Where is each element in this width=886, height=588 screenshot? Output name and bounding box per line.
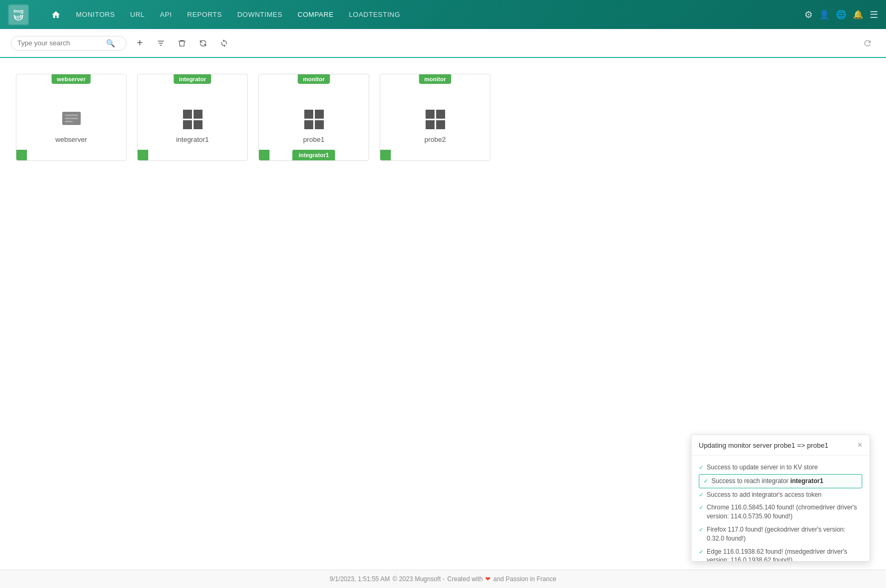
- notif-bold-integrator1: integrator1: [790, 477, 823, 485]
- menu-icon[interactable]: ☰: [870, 9, 878, 21]
- home-icon: [51, 10, 61, 20]
- card-badge-webserver: webserver: [52, 74, 91, 84]
- svg-rect-13: [304, 120, 313, 129]
- notif-text-3: Success to add integrator's access token: [707, 490, 822, 499]
- card-status-probe1: [259, 150, 269, 160]
- nav-api[interactable]: API: [153, 7, 178, 22]
- refresh-button[interactable]: [195, 35, 211, 51]
- card-label-probe2: probe2: [425, 136, 446, 143]
- main-nav: MONITORS URL API REPORTS DOWNTIMES COMPA…: [45, 7, 794, 23]
- footer-heart: ❤: [485, 575, 490, 583]
- nav-downtimes[interactable]: DOWNTIMES: [231, 7, 288, 22]
- notif-text-6: Edge 116.0.1938.62 found! (msedgedriver …: [707, 547, 862, 561]
- logo-box: mug soft: [8, 4, 29, 25]
- nav-loadtesting[interactable]: LOADTESTING: [343, 7, 407, 22]
- svg-rect-17: [426, 120, 435, 129]
- refresh-icon: [199, 39, 207, 47]
- check-icon-1: [699, 464, 704, 471]
- svg-rect-5: [65, 118, 78, 119]
- svg-rect-14: [315, 120, 324, 129]
- search-box: 🔍: [11, 36, 127, 51]
- toolbar: 🔍 +: [0, 29, 886, 58]
- card-badge-probe1: monitor: [298, 74, 330, 84]
- svg-text:mug: mug: [14, 8, 24, 14]
- notification-panel: Updating monitor server probe1 => probe1…: [691, 435, 870, 562]
- card-probe1[interactable]: monitor probe1 integrator1: [258, 74, 369, 161]
- notification-title: Updating monitor server probe1 => probe1: [699, 441, 829, 449]
- global-refresh-button[interactable]: [860, 35, 875, 51]
- card-icon-probe1: [302, 108, 326, 131]
- notif-item-6: Edge 116.0.1938.62 found! (msedgedriver …: [699, 545, 862, 561]
- card-badge-probe2: monitor: [419, 74, 451, 84]
- cards-grid: webserver webserver integrator: [16, 74, 870, 161]
- windows-icon-probe2: [423, 108, 447, 131]
- card-probe2[interactable]: monitor probe2: [380, 74, 490, 161]
- card-status-integrator1: [138, 150, 148, 160]
- footer: 9/1/2023, 1:51:55 AM © 2023 Mugnsoft - C…: [0, 570, 886, 588]
- nav-compare[interactable]: COMPARE: [291, 7, 340, 22]
- notif-item-4: Chrome 116.0.5845.140 found! (chromedriv…: [699, 501, 862, 523]
- logo-icon: mug soft: [9, 5, 28, 24]
- svg-rect-15: [426, 110, 435, 119]
- header-actions: ⚙ 👤 🌐 🔔 ☰: [804, 9, 878, 21]
- card-label-integrator1: integrator1: [176, 136, 209, 143]
- check-icon-6: [699, 548, 704, 556]
- nav-monitors[interactable]: MONITORS: [70, 7, 121, 22]
- notif-item-3: Success to add integrator's access token: [699, 488, 862, 502]
- refresh2-button[interactable]: [216, 35, 232, 51]
- card-webserver[interactable]: webserver webserver: [16, 74, 127, 161]
- filter-button[interactable]: [153, 35, 169, 51]
- user-icon[interactable]: 👤: [819, 9, 830, 20]
- footer-tagline2: and Passion in France: [493, 575, 556, 583]
- nav-url[interactable]: URL: [124, 7, 151, 22]
- add-button[interactable]: +: [132, 35, 148, 51]
- delete-button[interactable]: [174, 35, 190, 51]
- global-refresh-icon: [863, 38, 872, 48]
- svg-rect-7: [183, 110, 192, 119]
- trash-icon: [178, 39, 186, 47]
- settings-icon[interactable]: ⚙: [804, 9, 813, 21]
- windows-icon-probe1: [302, 108, 326, 131]
- check-icon-4: [699, 504, 704, 512]
- footer-timestamp: 9/1/2023, 1:51:55 AM: [330, 575, 390, 583]
- footer-company: © 2023 Mugnsoft -: [392, 575, 445, 583]
- card-badge-integrator1: integrator: [174, 74, 211, 84]
- windows-icon-integrator1: [181, 108, 205, 131]
- sync-icon: [220, 39, 228, 47]
- svg-rect-12: [315, 110, 324, 119]
- svg-rect-16: [436, 110, 445, 119]
- notification-close-button[interactable]: ×: [858, 440, 862, 450]
- notif-text-1: Success to update server in to KV store: [707, 463, 818, 472]
- nav-reports[interactable]: REPORTS: [181, 7, 228, 22]
- check-icon-5: [699, 526, 704, 534]
- logo: mug soft: [8, 4, 29, 25]
- notif-item-1: Success to update server in to KV store: [699, 461, 862, 474]
- svg-rect-8: [194, 110, 203, 119]
- nav-home[interactable]: [45, 7, 67, 23]
- card-selected-probe1: integrator1: [292, 150, 335, 160]
- notif-text-5: Firefox 117.0 found! (geckodriver driver…: [707, 525, 862, 543]
- svg-rect-18: [436, 120, 445, 129]
- search-icon: 🔍: [106, 39, 115, 47]
- notif-item-5: Firefox 117.0 found! (geckodriver driver…: [699, 523, 862, 545]
- bell-icon[interactable]: 🔔: [853, 9, 863, 20]
- svg-rect-9: [183, 120, 192, 129]
- check-icon-2: [704, 477, 708, 485]
- search-input[interactable]: [17, 39, 102, 47]
- notif-text-4: Chrome 116.0.5845.140 found! (chromedriv…: [707, 503, 862, 521]
- card-status-probe2: [380, 150, 391, 160]
- card-label-probe1: probe1: [303, 136, 324, 143]
- card-status-webserver: [16, 150, 27, 160]
- card-icon-webserver: [60, 108, 83, 131]
- webserver-icon: [60, 108, 83, 131]
- card-label-webserver: webserver: [55, 136, 87, 143]
- filter-icon: [157, 39, 165, 47]
- card-integrator1[interactable]: integrator integrator1: [137, 74, 248, 161]
- globe-icon[interactable]: 🌐: [836, 9, 846, 20]
- notification-body: Success to update server in to KV store …: [691, 456, 870, 561]
- footer-tagline: Created with: [447, 575, 483, 583]
- card-icon-integrator1: [181, 108, 205, 131]
- svg-rect-11: [304, 110, 313, 119]
- header: mug soft MONITORS URL API REPORTS DOWNTI…: [0, 0, 886, 29]
- notif-text-2: Success to reach integrator integrator1: [711, 477, 823, 486]
